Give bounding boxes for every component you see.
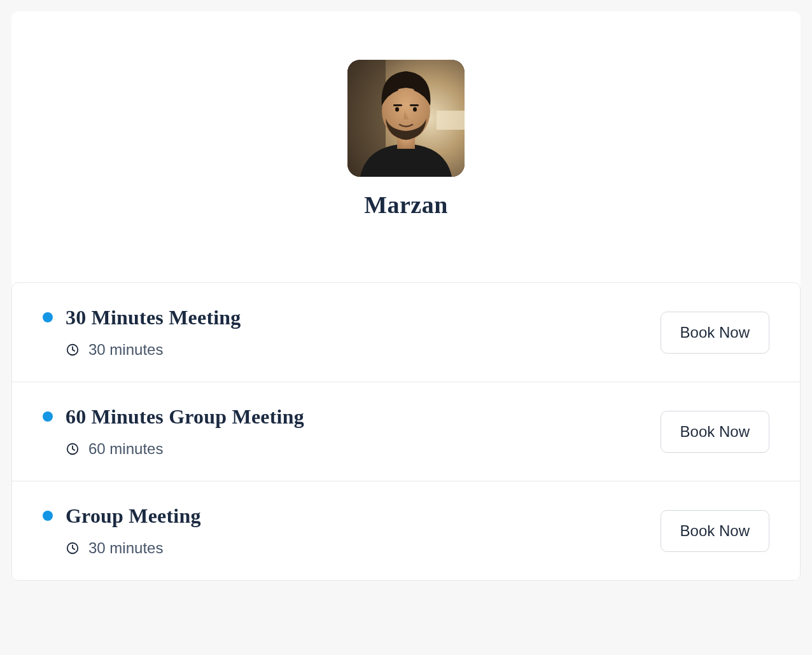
meeting-row: 30 Minutes Meeting 30 minutes Book Now: [12, 283, 800, 382]
booking-card: Marzan 30 Minutes Meeting 30 minutes Boo: [11, 11, 801, 581]
duration-text: 60 minutes: [88, 440, 163, 458]
meeting-row-left: 60 Minutes Group Meeting 60 minutes: [43, 405, 304, 458]
clock-icon: [66, 442, 80, 456]
meeting-row-left: 30 Minutes Meeting 30 minutes: [43, 306, 241, 359]
svg-rect-8: [410, 104, 419, 106]
meeting-duration: 60 minutes: [66, 440, 304, 458]
book-now-button[interactable]: Book Now: [661, 312, 769, 354]
duration-text: 30 minutes: [88, 341, 163, 359]
book-now-button[interactable]: Book Now: [661, 510, 769, 552]
avatar-image: [347, 60, 465, 177]
host-name: Marzan: [364, 191, 448, 219]
svg-rect-7: [393, 104, 402, 106]
svg-point-5: [395, 107, 399, 112]
status-dot-icon: [43, 411, 53, 422]
meeting-row: Group Meeting 30 minutes Book Now: [12, 481, 800, 580]
meeting-title: 30 Minutes Meeting: [66, 306, 241, 329]
meeting-duration: 30 minutes: [66, 539, 201, 557]
svg-point-6: [413, 107, 417, 112]
duration-text: 30 minutes: [88, 539, 163, 557]
meeting-info: 60 Minutes Group Meeting 60 minutes: [66, 405, 304, 458]
meeting-info: Group Meeting 30 minutes: [66, 504, 201, 557]
meeting-title: Group Meeting: [66, 504, 201, 528]
meeting-duration: 30 minutes: [66, 341, 241, 359]
meeting-info: 30 Minutes Meeting 30 minutes: [66, 306, 241, 359]
book-now-button[interactable]: Book Now: [661, 411, 769, 453]
meeting-title: 60 Minutes Group Meeting: [66, 405, 304, 429]
meeting-list: 30 Minutes Meeting 30 minutes Book Now 6…: [11, 282, 801, 581]
status-dot-icon: [43, 511, 53, 521]
host-avatar: [347, 60, 465, 177]
meeting-row-left: Group Meeting 30 minutes: [43, 504, 201, 557]
svg-rect-2: [437, 111, 465, 130]
meeting-row: 60 Minutes Group Meeting 60 minutes Book…: [12, 382, 800, 481]
status-dot-icon: [43, 312, 53, 322]
host-profile: Marzan: [11, 60, 801, 219]
clock-icon: [66, 541, 80, 555]
clock-icon: [66, 343, 80, 357]
